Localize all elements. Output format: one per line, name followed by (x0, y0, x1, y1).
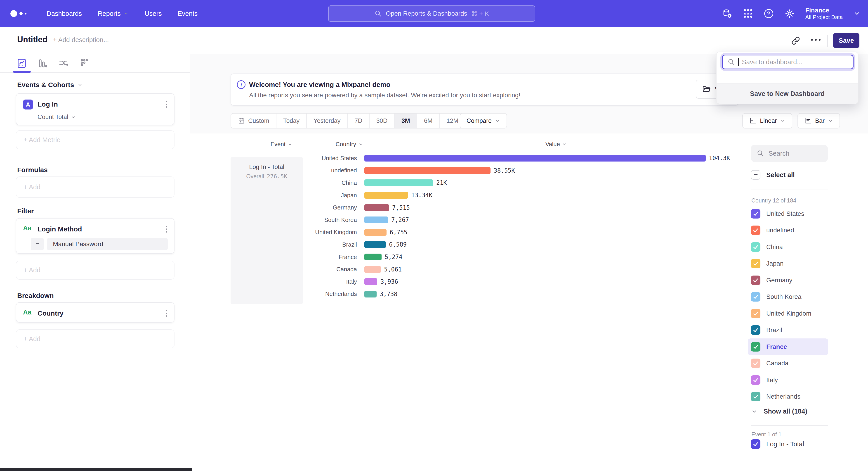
add-metric-button[interactable]: + Add Metric (16, 130, 175, 149)
kebab-menu-icon[interactable] (165, 309, 168, 318)
bar-segment[interactable] (364, 155, 706, 161)
report-title[interactable]: Untitled (17, 35, 48, 45)
range-30d[interactable]: 30D (370, 114, 395, 128)
checked-checkbox[interactable] (751, 226, 761, 235)
add-breakdown-button[interactable]: + Add (16, 329, 175, 348)
metric-event-name[interactable]: Log In (37, 100, 58, 108)
bar-row: Netherlands3,738 (303, 288, 746, 300)
bar-segment[interactable] (364, 291, 377, 297)
bar-segment[interactable] (364, 204, 389, 211)
range-today[interactable]: Today (276, 114, 307, 128)
country-filter-row[interactable]: United States (748, 205, 828, 222)
select-all-row[interactable]: Select all (751, 170, 795, 180)
country-filter-row[interactable]: Canada (748, 355, 828, 372)
add-formula-button[interactable]: + Add (16, 176, 175, 198)
bar-segment[interactable] (364, 254, 381, 260)
country-filter-row[interactable]: South Korea (748, 289, 828, 305)
breakdown-card[interactable]: Aa Country (16, 302, 175, 323)
global-search-button[interactable]: Open Reports & Dashboards ⌘ + K (328, 5, 535, 22)
country-filter-row[interactable]: Netherlands (748, 388, 828, 405)
filter-card[interactable]: Aa Login Method = Manual Password (16, 218, 175, 254)
checked-checkbox[interactable] (751, 342, 761, 352)
scale-selector-button[interactable]: Linear (742, 113, 792, 128)
checked-checkbox[interactable] (751, 359, 761, 368)
country-filter-row[interactable]: Brazil (748, 322, 828, 338)
country-filter-row[interactable]: France (748, 338, 828, 355)
filter-operator[interactable]: = (31, 238, 44, 250)
mixpanel-logo-icon[interactable] (10, 10, 35, 17)
checked-checkbox[interactable] (751, 309, 761, 318)
nav-item-dashboards[interactable]: Dashboards (46, 10, 82, 18)
copy-link-icon[interactable] (791, 36, 801, 46)
more-options-button[interactable] (811, 39, 820, 41)
checked-checkbox[interactable] (751, 292, 761, 301)
tab-flows[interactable] (58, 58, 69, 69)
checked-checkbox[interactable] (751, 375, 761, 385)
checked-checkbox[interactable] (751, 242, 761, 252)
bar-segment[interactable] (364, 216, 388, 223)
country-filter-row[interactable]: undefined (748, 222, 828, 239)
save-dashboard-search-input[interactable]: Save to dashboard... (722, 55, 854, 69)
tab-insights[interactable] (16, 58, 27, 69)
metric-aggregation[interactable]: Count Total (37, 114, 75, 121)
data-management-icon[interactable] (722, 8, 732, 19)
country-filter-row[interactable]: United Kingdom (748, 305, 828, 322)
checked-checkbox[interactable] (751, 439, 761, 449)
nav-item-users[interactable]: Users (145, 10, 162, 18)
bar-segment[interactable] (364, 241, 386, 248)
column-header-value[interactable]: Value (533, 141, 579, 148)
bar-segment[interactable] (364, 167, 491, 174)
event-filter-row[interactable]: Log In - Total (751, 439, 804, 449)
range-label: 7D (354, 117, 362, 124)
range-7d[interactable]: 7D (348, 114, 370, 128)
country-filter-row[interactable]: Japan (748, 256, 828, 272)
tab-retention[interactable] (79, 58, 90, 69)
metric-card[interactable]: A Log In Count Total (16, 93, 175, 125)
checked-checkbox[interactable] (751, 392, 761, 401)
column-header-event[interactable]: Event (260, 141, 303, 148)
compare-button[interactable]: Compare (460, 113, 507, 128)
checked-checkbox[interactable] (751, 259, 761, 268)
chart-type-button[interactable]: Bar (798, 113, 840, 128)
checked-checkbox[interactable] (751, 209, 761, 218)
country-filter-row[interactable]: Italy (748, 372, 828, 388)
checked-checkbox[interactable] (751, 325, 761, 335)
indeterminate-checkbox[interactable] (751, 170, 761, 180)
range-custom[interactable]: Custom (231, 114, 276, 128)
range-yesterday[interactable]: Yesterday (307, 114, 348, 128)
country-filter-row[interactable]: Germany (748, 272, 828, 289)
checked-checkbox[interactable] (751, 275, 761, 285)
project-switcher[interactable]: Finance All Project Data (805, 6, 843, 21)
chevron-down-icon[interactable] (854, 10, 860, 17)
help-icon[interactable]: ? (764, 8, 774, 19)
filter-property-name[interactable]: Login Method (37, 225, 82, 233)
breakdown-property-name[interactable]: Country (37, 310, 64, 317)
bar-segment[interactable] (364, 266, 381, 273)
country-filter-row[interactable]: China (748, 239, 828, 256)
filter-value[interactable]: Manual Password (47, 238, 168, 250)
save-to-new-dashboard-button[interactable]: Save to New Dashboard (717, 84, 858, 104)
settings-gear-icon[interactable] (784, 8, 795, 19)
nav-item-events[interactable]: Events (178, 10, 198, 18)
bar-segment[interactable] (364, 179, 433, 186)
events-cohorts-header[interactable]: Events & Cohorts (17, 81, 83, 89)
country-filter-label: South Korea (766, 293, 802, 300)
kebab-menu-icon[interactable] (165, 225, 168, 233)
bar-value-label: 5,274 (385, 254, 402, 260)
range-3m[interactable]: 3M (395, 114, 417, 128)
add-filter-button[interactable]: + Add (16, 261, 175, 279)
segment-search-input[interactable]: Search (751, 145, 828, 162)
apps-grid-icon[interactable] (743, 8, 753, 19)
nav-item-reports[interactable]: Reports (98, 10, 129, 18)
kebab-menu-icon[interactable] (165, 100, 168, 109)
save-button[interactable]: Save (833, 33, 860, 48)
show-all-button[interactable]: Show all (184) (751, 408, 807, 415)
bar-segment[interactable] (364, 229, 386, 236)
bar-segment[interactable] (364, 278, 377, 285)
event-series-panel[interactable]: Log In - Total Overall276.5K (230, 157, 303, 304)
range-6m[interactable]: 6M (417, 114, 440, 128)
column-header-country[interactable]: Country (328, 141, 371, 148)
tab-funnels[interactable] (37, 58, 48, 69)
bar-segment[interactable] (364, 192, 408, 199)
add-description-field[interactable]: + Add description... (53, 36, 109, 44)
